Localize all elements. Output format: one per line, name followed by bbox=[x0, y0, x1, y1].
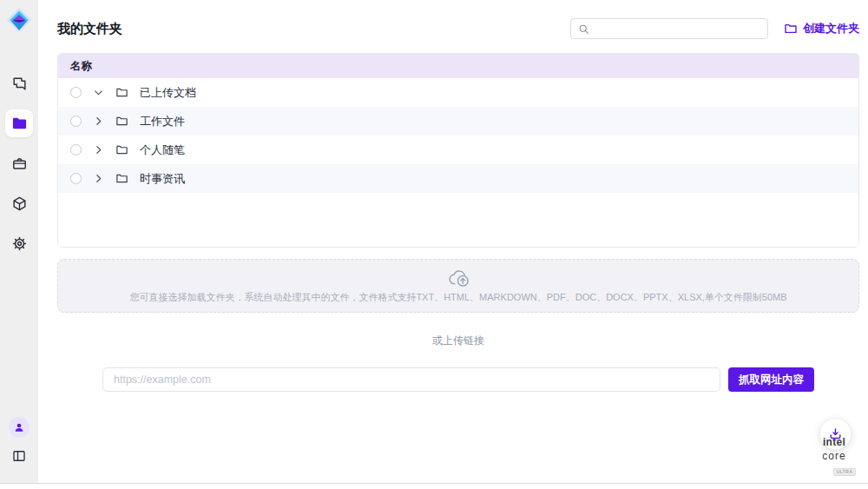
row-checkbox[interactable] bbox=[70, 173, 82, 184]
search-input[interactable] bbox=[595, 23, 760, 35]
folder-outline-icon bbox=[117, 146, 127, 153]
or-upload-link-label: 或上传链接 bbox=[57, 334, 859, 348]
create-folder-button[interactable]: 创建文件夹 bbox=[784, 21, 859, 36]
fetch-url-button[interactable]: 抓取网址内容 bbox=[728, 367, 814, 392]
folder-plus-icon bbox=[786, 25, 796, 33]
upload-hint-text: 您可直接选择加载文件夹，系统自动处理其中的文件，文件格式支持TXT、HTML、M… bbox=[129, 291, 786, 304]
sidebar-item-settings[interactable] bbox=[5, 229, 33, 257]
gear-icon bbox=[13, 237, 25, 249]
chevron-right-icon bbox=[97, 175, 101, 182]
person-icon bbox=[16, 424, 23, 432]
row-checkbox[interactable] bbox=[70, 87, 82, 98]
search-icon bbox=[580, 25, 588, 33]
folder-icon bbox=[12, 117, 25, 129]
chevron-down-icon bbox=[95, 91, 102, 95]
sidebar-item-chat[interactable] bbox=[5, 69, 33, 97]
cube-icon bbox=[14, 197, 25, 209]
topbar: 我的文件夹 创建文件夹 bbox=[57, 16, 859, 42]
url-upload-row: 抓取网址内容 bbox=[57, 367, 859, 392]
upload-dropzone[interactable]: 您可直接选择加载文件夹，系统自动处理其中的文件，文件格式支持TXT、HTML、M… bbox=[57, 259, 859, 313]
briefcase-icon bbox=[13, 158, 24, 168]
row-checkbox[interactable] bbox=[70, 144, 82, 155]
table-header-name: 名称 bbox=[58, 54, 858, 78]
app-logo-icon bbox=[4, 5, 34, 35]
page-title: 我的文件夹 bbox=[57, 21, 122, 37]
folder-outline-icon bbox=[117, 117, 127, 124]
table-row[interactable]: 已上传文档 bbox=[58, 78, 858, 107]
table-row[interactable]: 个人随笔 bbox=[58, 135, 858, 164]
url-input[interactable] bbox=[102, 367, 720, 392]
sidebar-item-models[interactable] bbox=[5, 189, 33, 217]
folder-name: 时事资讯 bbox=[140, 171, 185, 187]
collapse-sidebar-button[interactable] bbox=[8, 445, 30, 467]
chevron-right-icon bbox=[97, 147, 101, 154]
folder-outline-icon bbox=[117, 175, 127, 182]
intel-ultra-badge: ULTRA bbox=[833, 468, 857, 476]
search-box[interactable] bbox=[570, 18, 768, 39]
folder-name: 已上传文档 bbox=[140, 85, 196, 101]
cloud-upload-icon bbox=[450, 271, 468, 286]
sidebar-item-workspace[interactable] bbox=[5, 149, 33, 177]
main-content: 我的文件夹 创建文件夹 名称 bbox=[38, 0, 868, 483]
app-window: 我的文件夹 创建文件夹 名称 bbox=[0, 0, 868, 484]
sidebar bbox=[0, 0, 38, 483]
table-row[interactable]: 工作文件 bbox=[58, 107, 858, 135]
table-empty-space bbox=[58, 193, 858, 247]
sidebar-bottom bbox=[8, 417, 30, 467]
chevron-right-icon bbox=[97, 118, 101, 125]
row-checkbox[interactable] bbox=[70, 116, 82, 127]
sidebar-nav bbox=[5, 69, 33, 257]
folder-name: 工作文件 bbox=[140, 114, 185, 129]
chat-icon bbox=[14, 78, 25, 89]
folder-name: 个人随笔 bbox=[140, 142, 185, 158]
panel-toggle-icon bbox=[14, 452, 24, 461]
table-row[interactable]: 时事资讯 bbox=[58, 164, 858, 193]
user-avatar[interactable] bbox=[9, 417, 30, 438]
folder-outline-icon bbox=[117, 89, 127, 96]
sidebar-item-folders[interactable] bbox=[5, 109, 33, 137]
folder-table: 名称 已上传文档 工作文件 个人随笔 bbox=[57, 53, 859, 248]
intel-core-logo: intel core ULTRA bbox=[812, 434, 857, 476]
